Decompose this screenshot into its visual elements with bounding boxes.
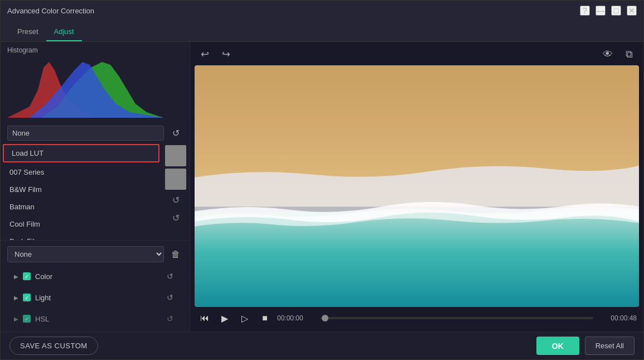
label-cool-film: Cool Film [9,220,40,228]
minimize-button[interactable]: — [595,6,606,16]
bottom-section: None 🗑 ▶ ✓ Color ↺ ▶ ✓ Light ↺ [1,240,190,332]
playback-controls: ⏮ ▶ ▷ ■ 00:00:00 00:00:48 [195,307,639,327]
none-dropdown-row: None Load LUT 007 Series B&W Film Batman… [1,122,190,143]
main-content: Histogram None Load LUT [1,42,643,332]
action-bar: SAVE AS CUSTOM OK Reset All [1,332,643,359]
progress-bar[interactable] [321,317,593,319]
tabs-row: Preset Adjust [1,21,643,42]
play-alt-button[interactable]: ▷ [237,310,253,326]
label-dark-film: Dark Film [9,237,41,240]
play-button[interactable]: ▶ [217,310,233,326]
save-custom-button[interactable]: SAVE AS CUSTOM [9,337,98,355]
thumb-2 [165,169,186,190]
accordion-hsl[interactable]: ▶ ✓ HSL ↺ [7,308,183,329]
step-back-button[interactable]: ⏮ [197,310,212,326]
titlebar: Advanced Color Correction ? — □ ✕ [1,1,643,21]
tab-adjust[interactable]: Adjust [46,23,82,41]
list-item-dark-film[interactable]: Dark Film [1,233,162,240]
label-batman: Batman [9,203,35,211]
color-expand-icon: ▶ [14,273,18,280]
histogram-section: Histogram [1,42,190,122]
hsl-checkbox[interactable]: ✓ [23,315,31,323]
close-button[interactable]: ✕ [627,6,637,16]
color-reset-button[interactable]: ↺ [164,270,176,282]
light-label: Light [35,294,159,302]
eye-button[interactable]: 👁 [600,46,616,62]
window-controls: ? — □ ✕ [580,6,637,16]
list-item-bw-film[interactable]: B&W Film [1,181,162,198]
main-window: Advanced Color Correction ? — □ ✕ Preset… [0,0,644,360]
stop-button[interactable]: ■ [257,310,273,326]
maximize-button[interactable]: □ [611,6,621,16]
label-007: 007 Series [9,168,44,176]
undo-button[interactable]: ↩ [197,46,212,62]
toolbar-left: ↩ ↪ [197,46,234,62]
hsl-reset-button[interactable]: ↺ [164,313,176,325]
compare-button[interactable]: ⧉ [621,46,637,62]
bottom-dropdown-row: None 🗑 [7,243,183,266]
accordion-color[interactable]: ▶ ✓ Color ↺ [7,266,183,287]
reset-all-button[interactable]: Reset All [585,337,635,355]
action-right: OK Reset All [536,337,635,355]
hsl-expand-icon: ▶ [14,316,18,322]
ok-button[interactable]: OK [536,337,579,355]
histogram-canvas [7,56,163,118]
lut-list: Load LUT 007 Series B&W Film Batman Cool… [1,143,162,240]
accordion-light[interactable]: ▶ ✓ Light ↺ [7,287,183,308]
color-checkbox[interactable]: ✓ [23,272,31,280]
side-controls: ↺ ↺ [162,143,190,240]
color-label: Color [35,272,159,281]
light-expand-icon: ▶ [14,295,18,301]
right-panel: ↩ ↪ 👁 ⧉ [190,42,643,332]
list-item-007-series[interactable]: 007 Series [1,164,162,181]
hsl-label: HSL [35,315,159,323]
histogram-label: Histogram [7,46,183,54]
time-end: 00:00:48 [598,314,637,322]
side-reset-2[interactable]: ↺ [168,210,183,225]
list-item-load-lut[interactable]: Load LUT [3,144,159,162]
tab-preset[interactable]: Preset [9,23,46,41]
toolbar-row: ↩ ↪ 👁 ⧉ [195,46,639,65]
light-checkbox[interactable]: ✓ [23,294,31,301]
list-item-batman[interactable]: Batman [1,198,162,215]
left-panel: Histogram None Load LUT [1,42,190,332]
help-button[interactable]: ? [580,6,590,16]
bottom-dropdown[interactable]: None [7,246,164,262]
window-title: Advanced Color Correction [7,7,94,15]
progress-thumb[interactable] [322,315,328,321]
list-item-cool-film[interactable]: Cool Film [1,215,162,233]
toolbar-right: 👁 ⧉ [600,46,637,62]
lut-list-area: Load LUT 007 Series B&W Film Batman Cool… [1,143,190,240]
redo-button[interactable]: ↪ [218,46,234,62]
label-bw: B&W Film [9,185,42,194]
lut-reset-button[interactable]: ↺ [168,126,183,141]
lut-dropdown[interactable]: None Load LUT 007 Series B&W Film Batman… [7,126,164,141]
load-lut-label: Load LUT [12,149,43,157]
svg-rect-1 [195,213,639,307]
light-reset-button[interactable]: ↺ [164,291,176,304]
time-current: 00:00:00 [277,314,316,322]
delete-button[interactable]: 🗑 [168,247,183,262]
side-reset-1[interactable]: ↺ [168,192,183,208]
thumb-1 [165,145,186,166]
video-preview [195,65,639,307]
